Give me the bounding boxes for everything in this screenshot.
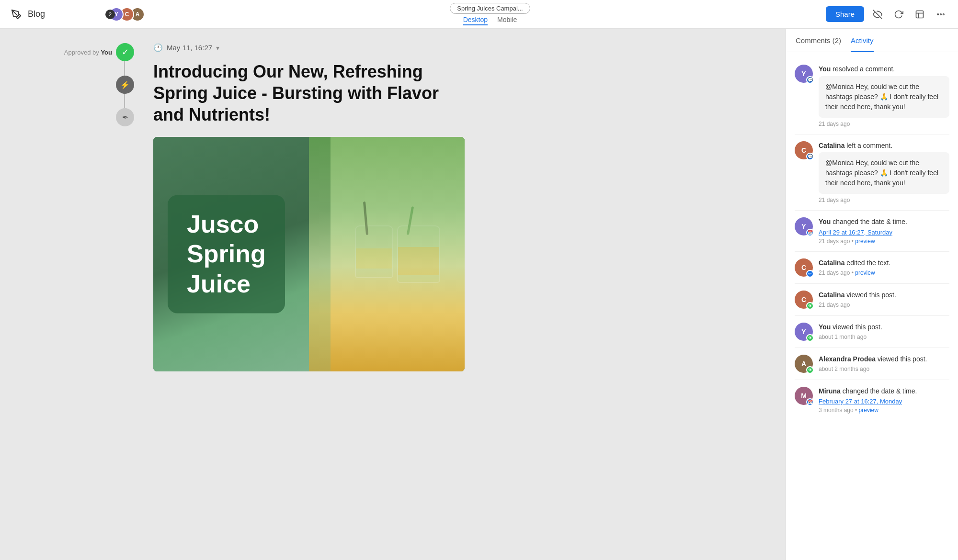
approved-label: Approved by You xyxy=(64,49,112,56)
juice-brand-text: Jusco Spring Juice xyxy=(168,195,285,313)
view-badge-6: 👁 xyxy=(806,334,814,342)
tab-desktop[interactable]: Desktop xyxy=(463,16,488,25)
activity-time-3: 21 days ago • preview xyxy=(819,238,949,245)
activity-meta-6: You viewed this post. xyxy=(819,323,949,332)
activity-item: A 👁 Alexandra Prodea viewed this post. a… xyxy=(786,350,958,378)
activity-time-7: about 2 months ago xyxy=(819,366,949,372)
edit-badge-4: ✏ xyxy=(806,270,814,278)
avatar-you-3: Y 👁 xyxy=(795,323,813,341)
divider-6 xyxy=(795,347,949,348)
juice-background: Jusco Spring Juice xyxy=(153,137,465,371)
activity-meta-4: Catalina edited the text. xyxy=(819,258,949,268)
avatar-you-2: Y 📅 xyxy=(795,217,813,235)
activity-item: C 👁 Catalina viewed this post. 21 days a… xyxy=(786,286,958,314)
activity-item: C 💬 Catalina left a comment. @Monica Hey… xyxy=(786,136,958,209)
header-right: Share xyxy=(826,6,948,22)
approved-icon: ✓ xyxy=(116,43,134,61)
preview-link-4[interactable]: preview xyxy=(855,269,875,276)
panel-tabs: Comments (2) Activity xyxy=(786,29,958,52)
post-title: Introducing Our New, Refreshing Spring J… xyxy=(153,61,460,125)
activity-meta-1: You resolved a comment. xyxy=(819,65,949,74)
activity-list: Y 💬 You resolved a comment. @Monica Hey,… xyxy=(786,52,958,560)
header-center: Spring Juices Campai... Desktop Mobile xyxy=(154,3,826,25)
activity-link-3[interactable]: April 29 at 16:27, Saturday xyxy=(819,229,949,236)
eye-off-icon[interactable] xyxy=(870,7,885,22)
workflow-sidebar: Approved by You ✓ ⚡ ✒ xyxy=(0,29,144,560)
view-tabs: Desktop Mobile xyxy=(463,16,517,25)
activity-content-6: You viewed this post. about 1 month ago xyxy=(819,323,949,341)
activity-content-1: You resolved a comment. @Monica Hey, cou… xyxy=(819,65,949,127)
activity-meta-2: Catalina left a comment. xyxy=(819,141,949,151)
activity-time-6: about 1 month ago xyxy=(819,334,949,340)
divider-3 xyxy=(795,251,949,252)
activity-meta-5: Catalina viewed this post. xyxy=(819,291,949,300)
activity-item: C ✏ Catalina edited the text. 21 days ag… xyxy=(786,254,958,281)
activity-content-8: Miruna changed the date & time. February… xyxy=(819,387,949,414)
activity-meta-8: Miruna changed the date & time. xyxy=(819,387,949,396)
clock-icon: 🕐 xyxy=(153,43,163,52)
divider-4 xyxy=(795,283,949,284)
refresh-icon[interactable] xyxy=(891,7,906,22)
step-2-icon: ⚡ xyxy=(116,76,134,94)
workflow-approved: Approved by You ✓ xyxy=(64,43,134,61)
avatar-miruna: M 📅 xyxy=(795,387,813,405)
activity-quote-2: @Monica Hey, could we cut the hashtags p… xyxy=(819,152,949,194)
activity-time-1: 21 days ago xyxy=(819,121,949,127)
svg-point-4 xyxy=(937,13,939,15)
tab-activity[interactable]: Activity xyxy=(851,29,874,52)
svg-rect-1 xyxy=(916,11,924,18)
activity-time-4: 21 days ago • preview xyxy=(819,269,949,276)
avatar-you-1: Y 💬 xyxy=(795,65,813,83)
activity-content-7: Alexandra Prodea viewed this post. about… xyxy=(819,355,949,373)
activity-time-2: 21 days ago xyxy=(819,197,949,203)
activity-content-3: You changed the date & time. April 29 at… xyxy=(819,217,949,245)
workflow-step-2: ⚡ xyxy=(116,76,134,94)
layout-icon[interactable] xyxy=(912,7,927,22)
content-area: 🕐 May 11, 16:27 ▾ Introducing Our New, R… xyxy=(144,29,786,560)
comment-badge-1: 💬 xyxy=(806,76,814,84)
activity-content-5: Catalina viewed this post. 21 days ago xyxy=(819,291,949,309)
collaborators-group: 2 Y C A xyxy=(105,7,145,22)
right-panel: Comments (2) Activity Y 💬 You resolved a… xyxy=(786,29,958,560)
workflow-step-3: ✒ xyxy=(116,108,134,126)
preview-link-8[interactable]: preview xyxy=(859,407,878,414)
avatar-catalina-1: C 💬 xyxy=(795,141,813,159)
svg-point-6 xyxy=(943,13,945,15)
share-button[interactable]: Share xyxy=(826,6,864,22)
tab-mobile[interactable]: Mobile xyxy=(497,16,517,25)
main: Approved by You ✓ ⚡ ✒ 🕐 May 11, 16:27 ▾ … xyxy=(0,29,958,560)
divider-1 xyxy=(795,134,949,134)
date-bar: 🕐 May 11, 16:27 ▾ xyxy=(153,43,771,52)
avatars-group: 2 Y C A xyxy=(105,7,145,22)
preview-link-3[interactable]: preview xyxy=(855,238,875,245)
divider-2 xyxy=(795,210,949,211)
divider-5 xyxy=(795,315,949,316)
brand-name: Blog xyxy=(28,9,45,19)
more-options-icon[interactable] xyxy=(933,7,948,22)
activity-link-8[interactable]: February 27 at 16:27, Monday xyxy=(819,398,949,405)
workflow-connector-1 xyxy=(124,61,125,76)
date-badge-3: 📅 xyxy=(806,229,814,236)
activity-time-8: 3 months ago • preview xyxy=(819,407,949,414)
activity-content-4: Catalina edited the text. 21 days ago • … xyxy=(819,258,949,277)
svg-point-5 xyxy=(940,13,942,15)
activity-time-5: 21 days ago xyxy=(819,302,949,308)
logo-icon xyxy=(10,8,23,21)
activity-item: Y 💬 You resolved a comment. @Monica Hey,… xyxy=(786,60,958,132)
step-3-icon: ✒ xyxy=(116,108,134,126)
activity-meta-7: Alexandra Prodea viewed this post. xyxy=(819,355,949,364)
activity-meta-3: You changed the date & time. xyxy=(819,217,949,227)
avatar-catalina-3: C 👁 xyxy=(795,291,813,309)
avatar-count: 2 xyxy=(105,10,115,19)
activity-item: M 📅 Miruna changed the date & time. Febr… xyxy=(786,382,958,419)
divider-7 xyxy=(795,380,949,380)
workflow-connector-2 xyxy=(124,94,125,108)
view-badge-7: 👁 xyxy=(806,366,814,374)
view-badge-5: 👁 xyxy=(806,302,814,310)
activity-content-2: Catalina left a comment. @Monica Hey, co… xyxy=(819,141,949,204)
activity-item: Y 👁 You viewed this post. about 1 month … xyxy=(786,318,958,346)
tab-comments[interactable]: Comments (2) xyxy=(796,29,841,52)
header-left: Blog xyxy=(10,8,105,21)
date-chevron-icon[interactable]: ▾ xyxy=(216,44,219,52)
campaign-badge[interactable]: Spring Juices Campai... xyxy=(450,3,530,14)
